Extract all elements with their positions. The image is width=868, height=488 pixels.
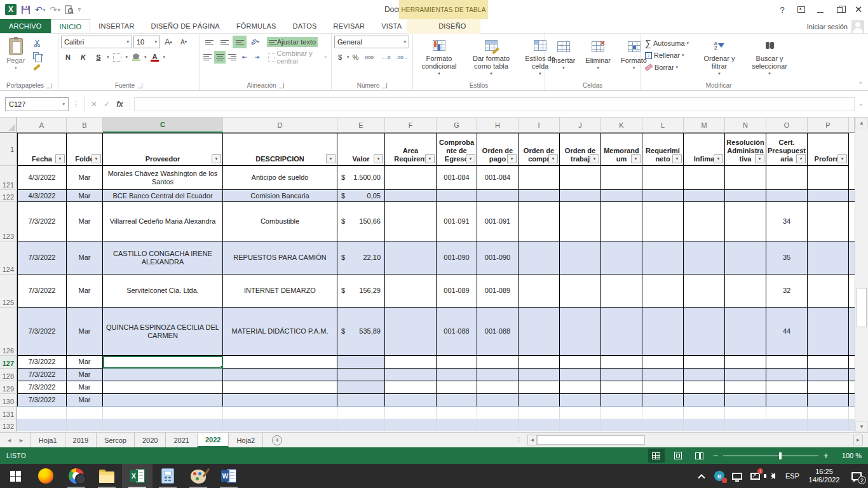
cell-H126[interactable]: 001-088 [477,308,519,356]
cell-I126[interactable] [519,308,560,356]
filter-dropdown-icon-F[interactable]: ▼ [425,154,435,163]
zoom-in-button[interactable]: + [824,451,829,460]
cell-E124[interactable]: $22,10 [337,241,385,274]
cell-M123[interactable] [684,202,725,241]
sheet-nav-next-icon[interactable]: ► [18,437,24,444]
sign-in-label[interactable]: Iniciar sesión [807,23,848,30]
start-button[interactable] [0,464,31,488]
portapapeles-dialog-launcher[interactable] [46,83,51,88]
insert-cells-button[interactable]: Insertar ▾ [548,36,579,80]
cell-G125[interactable]: 001-089 [437,274,477,308]
cell-N122[interactable] [725,190,766,202]
cell-A124[interactable]: 7/3/2022 [17,241,67,274]
cell-G129[interactable] [437,381,477,394]
column-header-I[interactable]: I [519,118,560,133]
cell-K129[interactable] [601,381,642,394]
fill-color-dropdown-icon[interactable]: ▾ [144,55,147,60]
cell-G123[interactable]: 001-091 [437,202,477,241]
header-cell-N[interactable]: Resolución Administrativa▼ [725,133,766,166]
cell-I121[interactable] [519,166,560,190]
cell-L127[interactable] [642,356,684,369]
save-icon[interactable] [21,5,31,15]
cell-I125[interactable] [519,274,560,308]
cell-L129[interactable] [642,381,684,394]
cell-G122[interactable] [437,190,477,202]
cell-G131[interactable] [437,407,477,419]
autosum-button[interactable]: ∑Autosuma▾ [643,38,694,48]
bold-button[interactable]: N [61,51,75,64]
header-cell-K[interactable]: Memorandum▼ [601,133,642,166]
cell-M124[interactable] [684,241,725,274]
align-center-button[interactable] [214,51,225,64]
sheet-tab-Hoja1[interactable]: Hoja1 [31,433,65,447]
cell-N129[interactable] [725,381,766,394]
network-tray-icon[interactable] [728,464,746,488]
cancel-formula-icon[interactable]: ✕ [91,100,97,109]
cell-C127[interactable] [103,356,223,369]
cell-B129[interactable]: Mar [67,381,103,394]
cell-I122[interactable] [519,190,560,202]
align-left-button[interactable] [202,51,213,64]
zoom-out-button[interactable]: − [713,451,718,460]
cell-K122[interactable] [601,190,642,202]
vertical-scroll-thumb[interactable] [857,288,867,327]
display-alert-tray-icon[interactable]: ! [746,464,764,488]
fill-button[interactable]: ↓Rellenar▾ [643,50,694,60]
shrink-font-button[interactable]: A▾ [177,36,191,48]
tab-formulas[interactable]: FÓRMULAS [228,19,285,33]
column-header-O[interactable]: O [766,118,808,133]
select-all-corner[interactable] [0,118,17,133]
merge-center-button[interactable]: Combinar y centrar▾ [266,52,329,62]
filter-dropdown-icon-A[interactable]: ▼ [55,154,65,163]
new-sheet-button[interactable]: + [272,435,282,445]
delete-cells-dropdown-icon[interactable]: ▾ [597,64,599,72]
cell-B122[interactable]: Mar [67,190,103,202]
cell-C130[interactable] [103,394,223,407]
close-button[interactable]: ✕ [849,0,868,19]
grow-font-button[interactable]: A▴ [161,36,175,48]
print-preview-icon[interactable] [65,5,74,14]
sign-in[interactable]: Iniciar sesión [807,19,864,34]
increase-indent-button[interactable]: ⇥ [252,51,262,64]
tab-inicio[interactable]: INICIO [51,19,91,33]
cell-A126[interactable]: 7/3/2022 [17,308,67,356]
cell-B127[interactable]: Mar [67,356,103,369]
cell-E128[interactable] [337,369,385,381]
cell-F123[interactable] [385,202,437,241]
scroll-right-icon[interactable]: ► [853,435,863,445]
cell-K126[interactable] [601,308,642,356]
avatar[interactable] [851,20,864,33]
cell-I123[interactable] [519,202,560,241]
column-header-D[interactable]: D [223,118,337,133]
cell-J123[interactable] [560,202,601,241]
column-header-P[interactable]: P [808,118,849,133]
column-header-F[interactable]: F [385,118,437,133]
increase-decimal-button[interactable]: ←.0 [378,51,393,64]
qat-customize-icon[interactable]: ▿ [78,7,81,13]
header-cell-C[interactable]: Proveedor▼ [103,133,223,166]
orientation-button[interactable]: ab▾ [248,36,262,48]
cell-J128[interactable] [560,369,601,381]
cell-I130[interactable] [519,394,560,407]
row-header-131[interactable]: 131 [0,407,17,419]
cell-D123[interactable]: Combustible [223,202,337,241]
header-cell-D[interactable]: DESCRIPCION▼ [223,133,337,166]
cell-D132[interactable] [223,419,337,431]
cell-H122[interactable] [477,190,519,202]
cell-N123[interactable] [725,202,766,241]
cell-H127[interactable] [477,356,519,369]
cell-B126[interactable]: Mar [67,308,103,356]
scroll-left-icon[interactable]: ◄ [527,435,537,445]
cell-O121[interactable] [766,166,808,190]
cell-M132[interactable] [684,419,725,431]
header-cell-F[interactable]: Area Requirent▼ [385,133,437,166]
cell-C125[interactable]: Servitelconet Cia. Ltda. [103,274,223,308]
font-color-dropdown-icon[interactable]: ▾ [163,55,166,60]
normal-view-button[interactable] [648,449,665,463]
cell-G121[interactable]: 001-084 [437,166,477,190]
cell-L128[interactable] [642,369,684,381]
cell-P131[interactable] [808,407,849,419]
filter-dropdown-icon-O[interactable]: ▼ [796,154,806,163]
formula-input[interactable] [134,97,855,111]
taskbar-excel[interactable]: X [122,464,153,488]
